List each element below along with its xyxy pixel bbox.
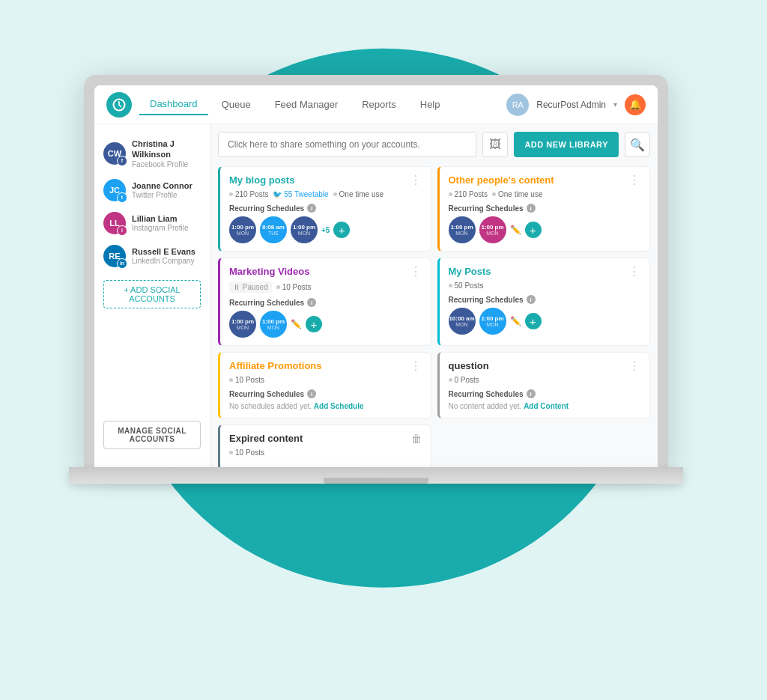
cards-grid: My blog posts ⋮ 210 Posts 🐦 55 Tweetable… [218, 166, 650, 467]
recurring-label-my-posts: Recurring Schedules i [449, 295, 641, 304]
schedule-item-other-2: 1:00 pmMON [479, 216, 506, 243]
nav-items: Dashboard Queue Feed Manager Reports Hel… [139, 94, 506, 115]
account-type-russell: LinkedIn Company [132, 257, 195, 265]
avatar-joanne: JC t [103, 179, 126, 201]
card-affiliate: Affiliate Promotions ⋮ 10 Posts Recurrin… [218, 352, 431, 419]
nav-reports[interactable]: Reports [351, 94, 407, 115]
nav-queue[interactable]: Queue [211, 94, 261, 115]
schedule-row-other: 1:00 pmMON 1:00 pmMON ✏️ + [449, 216, 641, 243]
info-icon-question: i [527, 389, 536, 398]
sidebar: CW f Christina J Wilkinson Facebook Prof… [94, 124, 210, 467]
edit-schedule-videos[interactable]: ✏️ [291, 319, 302, 329]
card-menu-my-posts[interactable]: ⋮ [628, 266, 640, 278]
card-my-posts: My Posts ⋮ 50 Posts Recurring Schedules … [437, 258, 651, 346]
posts-count-videos: 10 Posts [276, 283, 312, 291]
add-schedule-button-other[interactable]: + [525, 222, 542, 238]
notification-bell[interactable]: 🔔 [625, 94, 646, 115]
nav-dashboard[interactable]: Dashboard [139, 94, 208, 115]
sidebar-account-lillian[interactable]: LL i Lillian Liam Instagram Profile [94, 207, 210, 240]
posts-count-affiliate: 10 Posts [229, 376, 264, 384]
account-info-lillian: Lillian Liam Instagram Profile [132, 213, 189, 232]
account-type-joanne: Twitter Profile [132, 191, 192, 199]
manage-social-accounts-button[interactable]: MANAGE SOCIAL ACCOUNTS [103, 421, 201, 449]
card-other-content: Other people's content ⋮ 210 Posts One t… [437, 166, 651, 252]
card-header-videos: Marketing Videos ⋮ [229, 266, 422, 278]
recurring-label-other: Recurring Schedules i [449, 204, 641, 213]
add-schedule-button-my-posts[interactable]: + [525, 313, 542, 329]
search-input[interactable] [218, 132, 476, 157]
posts-count-blog: 210 Posts [229, 190, 268, 198]
posts-count-other: 210 Posts [449, 190, 488, 198]
account-name-russell: Russell E Evans [132, 246, 195, 257]
add-schedule-button-blog[interactable]: + [333, 222, 350, 238]
info-icon-other: i [527, 204, 536, 213]
sidebar-bottom: MANAGE SOCIAL ACCOUNTS [94, 412, 210, 458]
schedule-row-my-posts: 10:00 amMON 1:00 pmMON ✏️ + [449, 308, 641, 335]
posts-count-question: 0 Posts [449, 376, 479, 384]
search-button[interactable]: 🔍 [625, 132, 650, 157]
trash-icon-expired[interactable]: 🗑 [411, 433, 422, 445]
account-name-lillian: Lillian Liam [132, 213, 189, 224]
schedule-row-videos: 1:00 pmMON 1:00 pmMON ✏️ + [229, 311, 422, 338]
card-header-affiliate: Affiliate Promotions ⋮ [229, 360, 422, 372]
user-name: RecurPost Admin [536, 100, 606, 110]
schedule-item-1: 1:00 pmMON [229, 216, 256, 243]
info-icon-blog: i [307, 204, 316, 213]
badge-linkedin: in [117, 258, 127, 269]
card-header-blog: My blog posts ⋮ [229, 174, 422, 186]
no-content-text-question: No content added yet. Add Content [449, 402, 569, 410]
paused-badge: ⏸ Paused [229, 281, 272, 293]
no-schedule-text-affiliate: No schedules added yet. Add Schedule [229, 402, 364, 410]
tweetable-badge: 🐦 55 Tweetable [273, 190, 328, 198]
user-dropdown-icon[interactable]: ▾ [613, 100, 617, 109]
add-schedule-button-videos[interactable]: + [306, 316, 322, 332]
sidebar-account-russell[interactable]: RE in Russell E Evans LinkedIn Company [94, 240, 210, 273]
avatar-lillian: LL i [103, 212, 126, 234]
nav-feed-manager[interactable]: Feed Manager [264, 94, 349, 115]
schedule-item-videos-1: 1:00 pmMON [229, 311, 256, 338]
card-menu-other[interactable]: ⋮ [628, 174, 640, 186]
card-menu-question[interactable]: ⋮ [628, 360, 640, 372]
schedule-row-blog: 1:00 pmMON 8:08 amTUE 1:00 pmMON [229, 216, 422, 243]
sidebar-account-joanne[interactable]: JC t Joanne Connor Twitter Profile [94, 174, 210, 207]
schedule-item-3: 1:00 pmMON [291, 216, 318, 243]
top-nav: Dashboard Queue Feed Manager Reports Hel… [94, 85, 658, 124]
card-title-my-posts: My Posts [449, 266, 491, 277]
card-title-blog: My blog posts [229, 174, 294, 186]
card-title-affiliate: Affiliate Promotions [229, 360, 322, 371]
schedule-row-affiliate: No schedules added yet. Add Schedule [229, 402, 422, 410]
laptop: Dashboard Queue Feed Manager Reports Hel… [84, 75, 683, 484]
posts-count-my-posts: 50 Posts [449, 281, 484, 290]
user-avatar: RA [506, 94, 529, 116]
account-info-christina: Christina J Wilkinson Facebook Profile [132, 139, 201, 168]
card-my-blog-posts: My blog posts ⋮ 210 Posts 🐦 55 Tweetable… [218, 166, 431, 252]
edit-schedule-other[interactable]: ✏️ [510, 225, 521, 235]
add-social-accounts-button[interactable]: + ADD SOCIAL ACCOUNTS [103, 280, 201, 308]
image-upload-button[interactable]: 🖼 [482, 132, 508, 157]
logo[interactable] [106, 92, 132, 118]
card-meta-other: 210 Posts One time use [449, 190, 641, 198]
nav-help[interactable]: Help [410, 94, 451, 115]
posts-count-expired: 10 Posts [229, 448, 264, 457]
account-name-christina: Christina J Wilkinson [132, 139, 201, 160]
add-new-library-button[interactable]: ADD NEW LIBRARY [514, 132, 619, 157]
add-schedule-link-affiliate[interactable]: Add Schedule [314, 402, 364, 410]
schedule-item-my-posts-2: 1:00 pmMON [479, 308, 506, 335]
card-expired: Expired content 🗑 10 Posts [218, 424, 431, 467]
card-header-other: Other people's content ⋮ [449, 174, 641, 186]
card-title-videos: Marketing Videos [229, 266, 309, 277]
card-title-other: Other people's content [449, 174, 554, 186]
edit-schedule-my-posts[interactable]: ✏️ [510, 316, 521, 326]
card-menu-blog[interactable]: ⋮ [410, 174, 422, 186]
recurring-label-affiliate: Recurring Schedules i [229, 389, 422, 398]
card-menu-videos[interactable]: ⋮ [410, 266, 422, 278]
sidebar-account-christina[interactable]: CW f Christina J Wilkinson Facebook Prof… [94, 133, 210, 174]
card-meta-videos: ⏸ Paused 10 Posts [229, 281, 422, 293]
badge-facebook: f [117, 156, 127, 166]
card-meta-blog: 210 Posts 🐦 55 Tweetable One time use [229, 190, 422, 198]
laptop-base [69, 467, 683, 484]
add-content-link-question[interactable]: Add Content [524, 402, 569, 410]
card-menu-affiliate[interactable]: ⋮ [410, 360, 422, 372]
search-area: 🖼 ADD NEW LIBRARY 🔍 [218, 132, 650, 157]
schedule-item-other-1: 1:00 pmMON [449, 216, 476, 243]
